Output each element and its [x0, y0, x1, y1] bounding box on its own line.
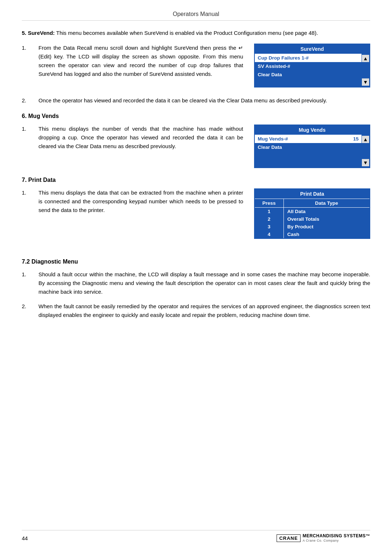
section72-heading: 7.2 Diagnostic Menu — [22, 258, 370, 265]
section6-step1-row: 1. This menu displays the number of vend… — [22, 125, 370, 168]
page-footer: 44 CRANE MERCHANDISING SYSTEMS™ A Crane … — [22, 530, 370, 543]
section6-step1-num: 1. — [22, 125, 32, 151]
section72-step2-num: 2. — [22, 302, 32, 319]
print-data-type-3: By Product — [283, 223, 370, 231]
page-number: 44 — [22, 535, 28, 541]
mugvends-lcd-screen: Mug Vends Mug Vends-# 15 Clear Data — [254, 125, 370, 168]
mugvends-item-2: Clear Data — [255, 143, 362, 151]
print-data-col1-header: Press — [254, 199, 283, 208]
crane-label: CRANE — [279, 535, 298, 541]
section5-step1-item: 1. From the Data Recall menu scroll down… — [22, 44, 243, 78]
section72-step2-item: 2. When the fault cannot be easily remed… — [22, 302, 370, 319]
surevend-item-2-label: SV Assisted-# — [258, 64, 290, 69]
print-data-press-1: 1 — [254, 208, 283, 216]
surevend-lcd-title: SureVend — [255, 44, 369, 54]
section5-intro-text: This menu becomes available when SureVen… — [56, 30, 318, 36]
section5-step2-content: Once the operator has viewed and recorde… — [38, 96, 327, 105]
mugvends-lcd-title: Mug Vends — [255, 125, 369, 135]
crane-brand-box: CRANE — [277, 534, 300, 542]
section7-heading: 7. Print Data — [22, 177, 370, 183]
crane-logo: CRANE MERCHANDISING SYSTEMS™ A Crane Co.… — [277, 533, 370, 543]
print-data-row-4: 4 Cash — [254, 231, 370, 239]
section5-intro: 5. SureVend: This menu becomes available… — [22, 29, 370, 37]
print-data-press-3: 3 — [254, 223, 283, 231]
surevend-lcd-body: Cup Drop Failures 1-# SV Assisted-# Clea… — [255, 54, 369, 87]
print-data-table: Print Data Press Data Type 1 All Data 2 … — [254, 188, 370, 239]
surevend-lcd-screen: SureVend Cup Drop Failures 1-# SV Assist… — [254, 44, 370, 87]
mugvends-scrollbar: ▲ ▼ — [362, 135, 369, 167]
section72-step1-content: Should a fault occur within the machine,… — [38, 270, 370, 296]
mugvends-scroll-up-icon: ▲ — [362, 136, 369, 143]
crane-company-text: MERCHANDISING SYSTEMS™ A Crane Co. Compa… — [303, 533, 370, 543]
section6-step1-text-col: 1. This menu displays the number of vend… — [22, 125, 243, 156]
section6-step1-content: This menu displays the number of vends t… — [38, 125, 243, 151]
print-data-col2-header: Data Type — [283, 199, 370, 208]
surevend-item-3-label: Clear Data — [258, 72, 282, 77]
print-data-row-2: 2 Overall Totals — [254, 215, 370, 223]
section7-step1-num: 1. — [22, 188, 32, 215]
section5-lcd: SureVend Cup Drop Failures 1-# SV Assist… — [254, 44, 370, 87]
section5-step2-item: 2. Once the operator has viewed and reco… — [22, 96, 370, 105]
print-data-title-row: Print Data — [254, 189, 370, 199]
section7-step1-row: 1. This menu displays the data that can … — [22, 188, 370, 239]
surevend-empty — [255, 79, 362, 87]
section7-step1-content: This menu displays the data that can be … — [38, 188, 243, 215]
mugvends-empty1 — [255, 151, 362, 159]
section7-step1-list: 1. This menu displays the data that can … — [22, 188, 243, 215]
company-name: MERCHANDISING SYSTEMS — [303, 533, 366, 538]
mugvends-empty2 — [255, 159, 362, 167]
mugvends-lcd-body: Mug Vends-# 15 Clear Data ▲ ▼ — [255, 135, 369, 167]
surevend-scrollbar: ▲ ▼ — [362, 54, 369, 87]
mugvends-item-1-label: Mug Vends-# — [258, 136, 288, 142]
mugvends-item-1-value: 15 — [353, 136, 359, 142]
surevend-item-1-label: Cup Drop Failures 1-# — [258, 55, 309, 61]
section5-step1-row: 1. From the Data Recall menu scroll down… — [22, 44, 370, 87]
surevend-item-3: Clear Data — [255, 70, 362, 79]
section72-steps-list: 1. Should a fault occur within the machi… — [22, 270, 370, 319]
section5-step1-list: 1. From the Data Recall menu scroll down… — [22, 44, 243, 78]
section72-step1-num: 1. — [22, 270, 32, 296]
scroll-up-icon: ▲ — [362, 55, 369, 62]
print-data-press-2: 2 — [254, 215, 283, 223]
section5-heading: 5. SureVend: — [22, 30, 55, 36]
section7-lcd: Print Data Press Data Type 1 All Data 2 … — [254, 188, 370, 239]
tm-symbol: ™ — [366, 533, 371, 538]
section5-step1-content: From the Data Recall menu scroll down an… — [38, 44, 243, 78]
print-data-header-row: Press Data Type — [254, 199, 370, 208]
mugvends-item-2-label: Clear Data — [258, 144, 282, 150]
print-data-press-4: 4 — [254, 231, 283, 239]
print-data-type-1: All Data — [283, 208, 370, 216]
scroll-down-icon: ▼ — [362, 78, 369, 86]
mugvends-item-1: Mug Vends-# 15 — [255, 135, 362, 143]
section5-step2-num: 2. — [22, 96, 32, 105]
section72-step1-item: 1. Should a fault occur within the machi… — [22, 270, 370, 296]
section6-lcd: Mug Vends Mug Vends-# 15 Clear Data — [254, 125, 370, 168]
section5-step2-list: 2. Once the operator has viewed and reco… — [22, 96, 370, 105]
section7-step1-text-col: 1. This menu displays the data that can … — [22, 188, 243, 220]
surevend-lcd-items: Cup Drop Failures 1-# SV Assisted-# Clea… — [255, 54, 362, 87]
company-sub: A Crane Co. Company — [303, 539, 370, 543]
print-data-row-1: 1 All Data — [254, 208, 370, 216]
section72-step2-content: When the fault cannot be easily remedied… — [38, 302, 370, 319]
mugvends-lcd-items: Mug Vends-# 15 Clear Data — [255, 135, 362, 167]
section6-step1-list: 1. This menu displays the number of vend… — [22, 125, 243, 151]
section6-step1-item: 1. This menu displays the number of vend… — [22, 125, 243, 151]
mugvends-scroll-down-icon: ▼ — [362, 159, 369, 166]
section5-step1-num: 1. — [22, 44, 32, 78]
section5-step1-text-col: 1. From the Data Recall menu scroll down… — [22, 44, 243, 84]
print-data-title: Print Data — [254, 189, 370, 199]
section6-heading: 6. Mug Vends — [22, 113, 370, 119]
print-data-type-2: Overall Totals — [283, 215, 370, 223]
page-header: Operators Manual — [22, 11, 370, 21]
surevend-item-2: SV Assisted-# — [255, 62, 362, 70]
section7-step1-item: 1. This menu displays the data that can … — [22, 188, 243, 215]
header-title: Operators Manual — [173, 11, 219, 17]
merchandising-systems: MERCHANDISING SYSTEMS™ — [303, 533, 370, 539]
surevend-item-1: Cup Drop Failures 1-# — [255, 54, 362, 62]
print-data-row-3: 3 By Product — [254, 223, 370, 231]
print-data-type-4: Cash — [283, 231, 370, 239]
